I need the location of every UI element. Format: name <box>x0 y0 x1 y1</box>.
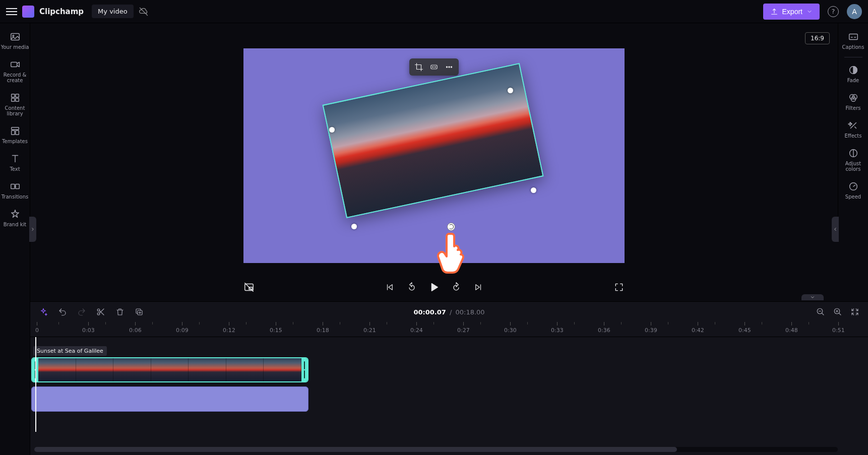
resize-handle-tr[interactable] <box>508 88 513 93</box>
ruler-tick: 0:15 <box>270 322 282 337</box>
timeline-tracks[interactable]: Sunset at Sea of Galilee <box>30 337 868 455</box>
timecode: 00:00.07 / 00:18.00 <box>413 308 484 316</box>
sidebar-item-transitions[interactable]: Transitions <box>1 177 29 204</box>
ruler-tick: 0:48 <box>785 322 798 337</box>
sidebar-item-fade[interactable]: Fade <box>839 60 867 87</box>
rewind-button[interactable] <box>405 280 419 294</box>
svg-rect-3 <box>11 94 14 97</box>
ruler-tick: 0:42 <box>692 322 704 337</box>
help-button[interactable]: ? <box>825 3 842 20</box>
scissors-icon <box>96 307 105 316</box>
svg-rect-11 <box>15 184 19 188</box>
redo-button[interactable] <box>77 307 87 317</box>
ruler-label: 0:39 <box>645 327 657 334</box>
crop-button[interactable] <box>411 60 426 74</box>
ruler-label: 0:15 <box>270 327 282 334</box>
sparkle-icon <box>39 307 48 316</box>
undo-button[interactable] <box>57 307 68 317</box>
playhead[interactable] <box>35 337 36 432</box>
zoom-out-button[interactable] <box>816 307 826 317</box>
ruler-tick: 0:24 <box>410 322 423 337</box>
help-icon: ? <box>828 6 839 17</box>
forward-button[interactable] <box>449 280 463 294</box>
ruler-label: 0:18 <box>317 327 329 334</box>
zoom-fit-button[interactable] <box>850 307 860 317</box>
redo-icon <box>77 307 86 316</box>
menu-button[interactable] <box>6 6 17 17</box>
more-options-button[interactable] <box>442 60 457 74</box>
fit-button[interactable] <box>426 60 442 74</box>
svg-point-1 <box>12 35 14 37</box>
timeline-scrollbar[interactable] <box>34 447 838 452</box>
sidebar-item-content-library[interactable]: Content library <box>1 88 29 120</box>
project-title[interactable]: My video <box>92 5 134 18</box>
brand-kit-icon <box>10 209 21 220</box>
collapse-timeline-button[interactable] <box>801 294 824 300</box>
sidebar-item-brand-kit[interactable]: Brand kit <box>1 205 29 231</box>
sidebar-item-text[interactable]: Text <box>1 149 29 176</box>
sidebar-item-your-media[interactable]: Your media <box>1 27 29 54</box>
ruler-label: 0 <box>35 327 39 334</box>
timeline-collapse-area <box>30 294 838 301</box>
ruler-tick: 0:51 <box>832 322 845 337</box>
chevron-down-icon <box>810 295 816 300</box>
svg-rect-8 <box>11 131 14 135</box>
filters-icon <box>848 92 859 103</box>
selected-clip[interactable] <box>332 83 534 239</box>
skip-forward-button[interactable] <box>471 280 485 294</box>
split-button[interactable] <box>96 307 106 317</box>
adjust-colors-icon <box>848 148 859 159</box>
ruler-tick: 0:03 <box>82 322 95 337</box>
export-button[interactable]: Export <box>763 4 820 20</box>
rotate-handle[interactable] <box>447 223 455 231</box>
svg-rect-9 <box>15 131 18 135</box>
top-bar: Clipchamp My video Export ? A <box>0 0 868 23</box>
scrollbar-thumb[interactable] <box>34 447 677 452</box>
svg-rect-5 <box>11 98 14 101</box>
skip-back-button[interactable] <box>383 280 397 294</box>
sidebar-item-effects[interactable]: Effects <box>839 116 867 143</box>
sidebar-item-adjust-colors[interactable]: Adjust colors <box>839 144 867 176</box>
templates-icon <box>10 125 21 137</box>
user-avatar[interactable]: A <box>847 4 862 19</box>
effects-icon <box>848 120 859 131</box>
picture-in-picture-off-button[interactable] <box>242 280 256 294</box>
preview-canvas[interactable] <box>243 48 625 263</box>
delete-button[interactable] <box>115 307 125 317</box>
sidebar-item-captions[interactable]: Captions <box>839 27 867 54</box>
svg-point-24 <box>451 67 452 68</box>
ruler-label: 0:03 <box>82 327 95 334</box>
zoom-out-icon <box>816 307 825 316</box>
sidebar-item-record-create[interactable]: Record & create <box>1 55 29 87</box>
svg-rect-10 <box>11 184 14 188</box>
export-label: Export <box>782 8 802 16</box>
text-icon <box>10 153 21 164</box>
resize-handle-bl[interactable] <box>351 224 357 229</box>
clip-toolbar <box>409 58 459 76</box>
sidebar-item-filters[interactable]: Filters <box>839 88 867 115</box>
video-track-clip[interactable] <box>31 357 308 382</box>
svg-rect-4 <box>15 94 18 97</box>
background-track-clip[interactable] <box>31 386 308 412</box>
ai-sparkle-button[interactable] <box>38 307 48 317</box>
clip-image[interactable] <box>322 63 543 218</box>
zoom-in-button[interactable] <box>833 307 843 317</box>
sidebar-item-templates[interactable]: Templates <box>1 121 29 148</box>
duplicate-button[interactable] <box>134 307 144 317</box>
resize-handle-br[interactable] <box>531 187 536 193</box>
sidebar-item-speed[interactable]: Speed <box>839 177 867 204</box>
svg-point-22 <box>446 67 447 68</box>
ruler-label: 0:36 <box>598 327 610 334</box>
undo-icon <box>58 307 67 316</box>
cloud-sync-off-icon[interactable] <box>139 7 149 17</box>
aspect-ratio-selector[interactable]: 16:9 <box>805 32 830 44</box>
trash-icon <box>115 307 125 316</box>
clip-trim-end[interactable] <box>301 358 307 381</box>
play-button[interactable] <box>427 280 441 294</box>
timeline-toolbar: 00:00.07 / 00:18.00 <box>30 302 868 322</box>
resize-handle-tl[interactable] <box>329 127 335 133</box>
svg-rect-2 <box>11 62 17 67</box>
fullscreen-button[interactable] <box>612 280 626 294</box>
ruler-label: 0:12 <box>223 327 235 334</box>
timeline-ruler[interactable]: 00:030:060:090:120:150:180:210:240:270:3… <box>30 322 868 337</box>
